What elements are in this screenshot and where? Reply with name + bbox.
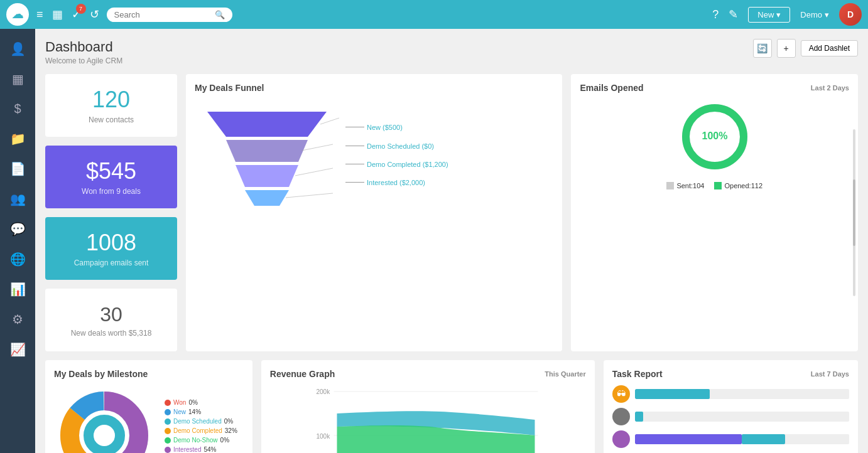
new-deals-card: 30 New deals worth $5,318 xyxy=(45,289,177,351)
opened-legend: Opened:112 xyxy=(714,182,762,189)
documents-icon: 📁 xyxy=(10,131,26,146)
campaign-emails-label: Campaign emails sent xyxy=(74,258,149,267)
tasks-icon[interactable]: ✓ 7 xyxy=(72,8,81,21)
task-report-panel: Task Report Last 7 Days 🕶 xyxy=(604,360,858,453)
sidebar-item-dashboard[interactable]: ▦ xyxy=(0,65,35,93)
reports-icon: 👥 xyxy=(10,191,26,206)
add-icon-button[interactable]: + xyxy=(777,39,796,58)
task-bar-blue-3 xyxy=(742,434,784,444)
add-dashlet-button[interactable]: Add Dashlet xyxy=(801,40,858,56)
funnel-container: New ($500) Demo Scheduled ($0) Demo Comp… xyxy=(195,99,553,212)
pie-demo-noshow: Demo No-Show 0% xyxy=(165,437,237,444)
deals-milestone-title: My Deals by Milestone xyxy=(54,369,244,379)
dashboard-actions: 🔄 + Add Dashlet xyxy=(753,39,858,58)
sidebar-item-files[interactable]: 📊 xyxy=(0,275,35,303)
donut-chart: 100% xyxy=(677,99,752,174)
globe-icon: 🌐 xyxy=(10,252,26,267)
svg-marker-1 xyxy=(226,140,308,162)
funnel-legend-demo-comp: Demo Completed ($1,200) xyxy=(345,160,553,169)
sidebar-item-contacts[interactable]: 👤 xyxy=(0,35,35,63)
funnel-new-label: New ($500) xyxy=(367,123,403,132)
pie-legend: Won 0% New 14% Demo Scheduled 0% xyxy=(165,399,237,453)
revenue-chart-area: 200k 100k 0k Jan Feb Mar xyxy=(270,385,586,453)
stats-row: 120 New contacts $545 Won from 9 deals 1… xyxy=(45,74,858,351)
sidebar-item-marketing[interactable]: $ xyxy=(0,95,35,122)
settings-icon: ⚙ xyxy=(12,312,23,327)
sidebar-item-settings[interactable]: ⚙ xyxy=(0,306,35,333)
task-bar-fill-2 xyxy=(635,412,644,422)
sent-legend: Sent:104 xyxy=(666,182,704,189)
campaign-emails-number: 1008 xyxy=(86,230,136,256)
demo-button[interactable]: Demo ▾ xyxy=(800,10,829,19)
donut-container: 100% Sent:104 Opened:112 xyxy=(580,99,849,189)
svg-marker-0 xyxy=(207,112,327,137)
refresh-button[interactable]: 🔄 xyxy=(753,39,772,58)
funnel-legend: New ($500) Demo Scheduled ($0) Demo Comp… xyxy=(345,123,553,188)
sidebar-item-documents[interactable]: 📁 xyxy=(0,125,35,152)
charts-row: My Deals by Milestone xyxy=(45,360,858,453)
pie-interested: Interested 54% xyxy=(165,446,237,453)
user-avatar[interactable]: D xyxy=(839,3,862,26)
funnel-legend-demo-sched: Demo Scheduled ($0) xyxy=(345,142,553,151)
deals-funnel-panel: My Deals Funnel xyxy=(186,74,562,351)
search-icon: 🔍 xyxy=(215,10,225,19)
history-icon[interactable]: ↺ xyxy=(90,8,99,21)
sidebar-item-chat[interactable]: 💬 xyxy=(0,215,35,243)
task-avatar-2 xyxy=(612,408,630,425)
task-bar-purple-3 xyxy=(635,434,742,444)
campaign-emails-card: 1008 Campaign emails sent xyxy=(45,217,177,280)
nav-icons-group: ≡ ▦ ✓ 7 ↺ xyxy=(36,8,99,21)
task-bar-bg-3 xyxy=(635,434,849,444)
task-bar-row-2 xyxy=(612,408,849,425)
sidebar-item-reports[interactable]: 👥 xyxy=(0,185,35,213)
task-bar-fill-1 xyxy=(635,389,710,399)
donut-legend: Sent:104 Opened:112 xyxy=(666,182,762,189)
funnel-demo-comp-label: Demo Completed ($1,200) xyxy=(367,160,448,169)
svg-line-4 xyxy=(320,118,339,124)
pie-won: Won 0% xyxy=(165,399,237,406)
dashboard-header: Dashboard Welcome to Agile CRM 🔄 + Add D… xyxy=(45,39,858,65)
svg-line-7 xyxy=(286,193,333,198)
svg-marker-3 xyxy=(245,190,289,206)
pie-demo-sched: Demo Scheduled 0% xyxy=(165,418,237,425)
new-button[interactable]: New ▾ xyxy=(748,7,790,23)
help-icon[interactable]: ? xyxy=(712,8,719,21)
sent-dot xyxy=(666,182,674,189)
task-bar-bg-2 xyxy=(635,412,849,422)
new-contacts-number: 120 xyxy=(92,87,130,113)
won-deals-number: $545 xyxy=(86,158,136,184)
won-deals-card: $545 Won from 9 deals xyxy=(45,146,177,208)
svg-marker-2 xyxy=(236,165,298,187)
task-avatar-1: 🕶 xyxy=(612,385,630,403)
svg-text:200k: 200k xyxy=(316,388,330,395)
app-logo: ☁ xyxy=(6,3,29,26)
notes-icon: 📄 xyxy=(10,161,26,176)
task-avatar-3 xyxy=(612,430,630,448)
funnel-demo-sched-label: Demo Scheduled ($0) xyxy=(367,142,434,151)
search-input[interactable] xyxy=(114,10,211,19)
pie-new: New 14% xyxy=(165,408,237,415)
sidebar-item-globe[interactable]: 🌐 xyxy=(0,245,35,273)
calendar-icon[interactable]: ▦ xyxy=(52,8,63,21)
main-content: Dashboard Welcome to Agile CRM 🔄 + Add D… xyxy=(35,29,868,453)
menu-icon[interactable]: ≡ xyxy=(36,8,43,21)
task-bar-bg-1 xyxy=(635,389,849,399)
revenue-graph-title: Revenue Graph This Quarter xyxy=(270,369,586,379)
new-deals-label: New deals worth $5,318 xyxy=(71,329,152,338)
analytics-icon: 📈 xyxy=(10,342,26,357)
pin-icon[interactable]: ✎ xyxy=(729,8,738,21)
left-sidebar: 👤 ▦ $ 📁 📄 👥 💬 🌐 📊 ⚙ 📈 xyxy=(0,29,35,453)
page-subtitle: Welcome to Agile CRM xyxy=(45,56,122,65)
svg-line-6 xyxy=(295,168,333,176)
sidebar-item-analytics[interactable]: 📈 xyxy=(0,336,35,363)
chat-icon: 💬 xyxy=(10,221,26,237)
revenue-chart-svg: 200k 100k 0k Jan Feb Mar xyxy=(270,385,586,453)
files-icon: 📊 xyxy=(10,282,26,297)
dashboard-icon: ▦ xyxy=(12,72,24,87)
search-bar[interactable]: 🔍 xyxy=(107,8,232,22)
task-report-title: Task Report Last 7 Days xyxy=(612,369,849,379)
sidebar-item-notes[interactable]: 📄 xyxy=(0,155,35,183)
funnel-svg xyxy=(195,105,339,206)
new-contacts-card: 120 New contacts xyxy=(45,74,177,137)
svg-text:100%: 100% xyxy=(702,131,727,141)
